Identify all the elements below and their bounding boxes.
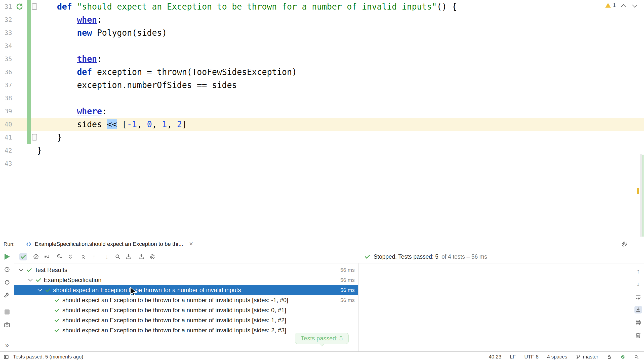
test-history-button[interactable] xyxy=(114,253,122,260)
code-analysis-status-icon[interactable] xyxy=(620,354,625,359)
code-line[interactable]: 34 xyxy=(0,39,644,52)
line-separator[interactable]: LF xyxy=(510,354,516,360)
run-label: Run: xyxy=(4,241,15,247)
test-name: should expect an Exception to be thrown … xyxy=(62,297,288,304)
chevron-down-icon[interactable] xyxy=(27,277,34,283)
test-settings-wrench-icon[interactable] xyxy=(3,291,11,299)
rerun-tests-button[interactable] xyxy=(3,253,11,260)
run-config-icon xyxy=(26,241,32,247)
search-icon[interactable] xyxy=(634,354,639,359)
code-line[interactable]: 43 xyxy=(0,157,644,170)
screenshot-icon[interactable] xyxy=(3,321,11,329)
code-line[interactable]: 42} xyxy=(0,144,644,157)
code-line[interactable]: 39 where: xyxy=(0,105,644,118)
test-tree-row[interactable]: should expect an Exception to be thrown … xyxy=(14,295,358,305)
code-line[interactable]: 40 sides << [-1, 0, 1, 2] xyxy=(0,118,644,131)
run-tool-window: Run: ExampleSpecification.should expect … xyxy=(0,238,644,351)
code-text: def exception = thrown(TooFewSidesExcept… xyxy=(37,67,297,77)
rerun-failed-tests-icon[interactable] xyxy=(3,279,11,286)
status-bar: Tests passed: 5 (moments ago) 40:23 LF U… xyxy=(0,351,644,362)
caret-position[interactable]: 40:23 xyxy=(489,354,501,360)
close-tab-icon[interactable]: × xyxy=(189,241,193,247)
code-lines: 31 def "should expect an Exception to be… xyxy=(0,0,644,170)
code-text: where: xyxy=(37,106,107,116)
test-name: should expect an Exception to be thrown … xyxy=(53,287,241,294)
code-line[interactable]: 35 then: xyxy=(0,52,644,65)
test-passed-icon xyxy=(54,317,60,324)
code-line[interactable]: 41 } xyxy=(0,131,644,144)
git-branch-widget[interactable]: master xyxy=(576,354,598,360)
expand-all-button[interactable] xyxy=(67,253,74,260)
code-editor[interactable]: 31 def "should expect an Exception to be… xyxy=(0,0,644,238)
line-number: 41 xyxy=(0,134,12,141)
panel-settings-gear-icon[interactable] xyxy=(621,241,628,247)
code-line[interactable]: 36 def exception = thrown(TooFewSidesExc… xyxy=(0,65,644,78)
code-text: new Polygon(sides) xyxy=(37,28,167,38)
collapse-all-button[interactable] xyxy=(79,253,87,260)
test-tree-row[interactable]: Test Results56 ms xyxy=(14,265,358,275)
fold-marker-icon[interactable] xyxy=(32,134,37,141)
chevron-down-icon[interactable] xyxy=(36,287,43,293)
show-ignored-toggle[interactable] xyxy=(32,253,40,260)
test-tree-row[interactable]: ExampleSpecification56 ms xyxy=(14,275,358,285)
rerun-test-gutter-icon[interactable] xyxy=(15,2,24,11)
code-text: sides << [-1, 0, 1, 2] xyxy=(37,119,187,129)
test-tree-row[interactable]: should expect an Exception to be thrown … xyxy=(14,305,358,315)
file-encoding[interactable]: UTF-8 xyxy=(524,354,539,360)
chevron-down-icon[interactable] xyxy=(18,267,24,273)
test-run-status: Stopped. Tests passed: 5 of 4 tests – 56… xyxy=(364,250,487,263)
test-tree-row[interactable]: should expect an Exception to be thrown … xyxy=(14,315,358,325)
branch-name: master xyxy=(583,354,598,360)
test-history-icon[interactable] xyxy=(3,266,11,273)
sort-alphabetically-icon[interactable] xyxy=(43,253,51,260)
indent-config[interactable]: 4 spaces xyxy=(547,354,567,360)
fold-marker-icon[interactable] xyxy=(32,3,37,10)
run-tab-strip: Run: ExampleSpecification.should expect … xyxy=(0,238,644,250)
test-console[interactable]: ↑ ↓ xyxy=(358,263,644,351)
lock-icon[interactable] xyxy=(607,354,612,359)
scroll-up-button[interactable]: ↑ xyxy=(634,267,642,275)
test-name: ExampleSpecification xyxy=(44,277,101,284)
status-text: Stopped. Tests passed: 5 xyxy=(374,253,438,260)
stop-button[interactable] xyxy=(3,308,11,316)
code-text: } xyxy=(37,146,42,155)
soft-wrap-toggle[interactable] xyxy=(634,293,642,301)
editor-scrollbar[interactable] xyxy=(640,154,642,237)
run-left-toolbar: » xyxy=(0,250,14,351)
hide-panel-icon[interactable]: − xyxy=(634,241,638,247)
print-button[interactable] xyxy=(634,319,642,326)
code-line[interactable]: 32 when: xyxy=(0,13,644,26)
test-duration: 56 ms xyxy=(340,287,358,293)
scroll-to-end-toggle[interactable] xyxy=(634,306,642,313)
code-line[interactable]: 38 xyxy=(0,92,644,105)
code-line[interactable]: 33 new Polygon(sides) xyxy=(0,26,644,39)
sort-by-duration-icon[interactable] xyxy=(56,253,63,260)
test-tree-row[interactable]: should expect an Exception to be thrown … xyxy=(14,285,358,295)
code-line[interactable]: 37 exception.numberOfSides == sides xyxy=(0,78,644,92)
next-problem-chevron-icon[interactable] xyxy=(631,2,638,9)
tool-window-widget-icon[interactable] xyxy=(4,354,9,360)
tree-indent-spacer xyxy=(46,297,52,303)
more-options-chevron[interactable]: » xyxy=(3,341,11,349)
line-number: 33 xyxy=(0,29,12,36)
code-line[interactable]: 31 def "should expect an Exception to be… xyxy=(0,0,644,13)
test-name: should expect an Exception to be thrown … xyxy=(62,327,286,334)
test-passed-icon xyxy=(54,307,60,313)
import-test-results-button[interactable] xyxy=(125,253,132,260)
export-test-results-button[interactable] xyxy=(138,253,145,260)
code-text: when: xyxy=(37,15,102,25)
next-occurrence-button[interactable]: ↓ xyxy=(103,253,111,260)
test-runner-settings-gear-icon[interactable] xyxy=(148,253,156,260)
check-icon xyxy=(20,253,26,260)
previous-problem-chevron-icon[interactable] xyxy=(620,2,627,9)
clear-console-button[interactable] xyxy=(634,332,642,339)
scrollbar-warning-stripe[interactable] xyxy=(637,188,639,194)
scroll-down-button[interactable]: ↓ xyxy=(634,280,642,288)
run-tab[interactable]: ExampleSpecification.should expect an Ex… xyxy=(24,238,194,250)
show-passed-toggle[interactable] xyxy=(19,253,27,260)
previous-occurrence-button[interactable]: ↑ xyxy=(90,253,98,260)
vcs-change-bar xyxy=(27,0,31,144)
test-runner-toolbar: ↑ ↓ xyxy=(14,250,644,263)
tests-passed-balloon: Tests passed: 5 xyxy=(295,333,349,344)
inspections-widget[interactable]: 1 xyxy=(605,2,616,9)
